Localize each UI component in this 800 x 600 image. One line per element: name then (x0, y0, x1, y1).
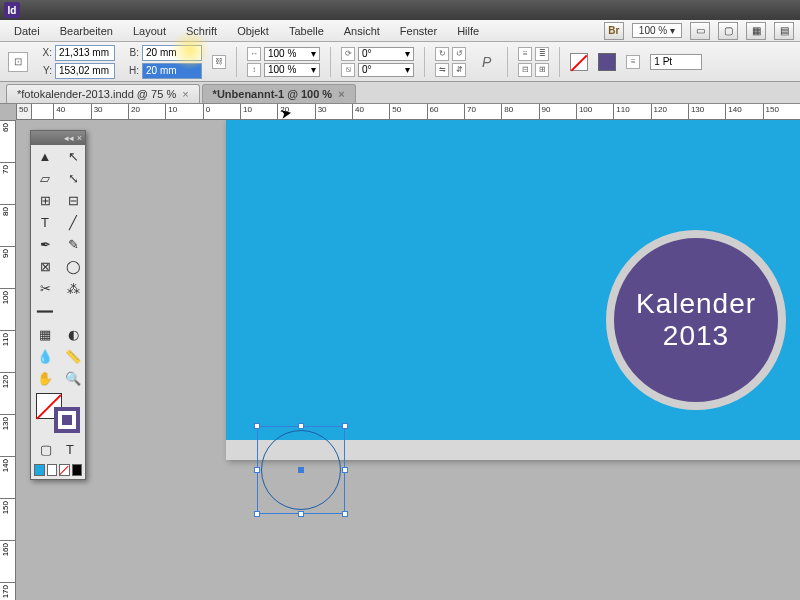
constrain-icon[interactable]: ⛓ (212, 55, 226, 69)
bridge-button[interactable]: Br (604, 22, 624, 40)
badge-line2: 2013 (663, 320, 729, 352)
gradient-swatch-tool[interactable]: ━━ (31, 299, 59, 323)
x-label: X: (38, 47, 52, 58)
y-input[interactable]: 153,02 mm (55, 63, 115, 79)
tab-fotokalender[interactable]: *fotokalender-2013.indd @ 75 %× (6, 84, 200, 103)
shear-icon: ⧅ (341, 63, 355, 77)
stroke-weight-input[interactable]: 1 Pt (650, 54, 702, 70)
swatch-none[interactable] (59, 464, 70, 476)
width-input[interactable]: 20 mm (142, 45, 202, 61)
zoom-level[interactable]: 100 % ▾ (632, 23, 682, 38)
paragraph-style-icon[interactable]: P (476, 54, 497, 70)
app-icon: Id (4, 2, 20, 18)
pen-tool[interactable]: ✒ (31, 233, 59, 255)
rotate-input[interactable]: 0°▾ (358, 47, 414, 61)
tool-grid: ▲ ↖ ▱ ⤡ ⊞ ⊟ T ╱ ✒ ✎ ⊠ ◯ ✂ ⁂ ━━ ▦ ◐ 💧 📏 ✋… (31, 145, 85, 389)
ellipse-tool[interactable]: ◯ (59, 255, 87, 277)
menu-layout[interactable]: Layout (125, 23, 174, 39)
selection-tool[interactable]: ▲ (31, 145, 59, 167)
view-mode-button[interactable]: ▭ (690, 22, 710, 40)
screen-mode-button[interactable]: ▢ (718, 22, 738, 40)
fill-swatch[interactable] (570, 53, 588, 71)
swatch-blue[interactable] (34, 464, 45, 476)
horizontal-ruler[interactable]: 5040302010010203040506070809010011012013… (16, 104, 800, 120)
canvas[interactable]: Kalender 2013 (16, 120, 800, 600)
align-icon-1[interactable]: ≡ (518, 47, 532, 61)
menu-bearbeiten[interactable]: Bearbeiten (52, 23, 121, 39)
menu-ansicht[interactable]: Ansicht (336, 23, 388, 39)
x-input[interactable]: 21,313 mm (55, 45, 115, 61)
shear-input[interactable]: 0°▾ (358, 63, 414, 77)
gradient-feather-tool[interactable]: ▦ (31, 323, 59, 345)
close-icon[interactable]: × (182, 88, 188, 100)
menubar: Datei Bearbeiten Layout Schrift Objekt T… (0, 20, 800, 42)
stroke-swatch[interactable] (598, 53, 616, 71)
rotate-ccw-icon[interactable]: ↺ (452, 47, 466, 61)
vertical-ruler[interactable]: 60708090100110120130140150160170 (0, 120, 16, 600)
zoom-tool[interactable]: 🔍 (59, 367, 87, 389)
swatch-black[interactable] (72, 464, 83, 476)
type-tool[interactable]: T (31, 211, 59, 233)
eyedropper-tool[interactable]: 💧 (31, 345, 59, 367)
direct-selection-tool[interactable]: ↖ (59, 145, 87, 167)
width-label: B: (125, 47, 139, 58)
tools-panel[interactable]: ◂◂× ▲ ↖ ▱ ⤡ ⊞ ⊟ T ╱ ✒ ✎ ⊠ ◯ ✂ ⁂ ━━ ▦ ◐ 💧… (30, 130, 86, 480)
cursor-icon: ➤ (279, 104, 294, 122)
workspace-button[interactable]: ▤ (774, 22, 794, 40)
document-tabs: *fotokalender-2013.indd @ 75 %× *Unbenan… (0, 82, 800, 104)
flip-v-icon[interactable]: ⇵ (452, 63, 466, 77)
page-tool[interactable]: ▱ (31, 167, 59, 189)
y-label: Y: (38, 65, 52, 76)
menu-tabelle[interactable]: Tabelle (281, 23, 332, 39)
line-tool[interactable]: ╱ (59, 211, 87, 233)
scissors-tool[interactable]: ✂ (31, 277, 59, 299)
reference-point-icon[interactable]: ⊡ (8, 52, 28, 72)
titlebar: Id (0, 0, 800, 20)
menu-datei[interactable]: Datei (6, 23, 48, 39)
menu-objekt[interactable]: Objekt (229, 23, 277, 39)
hand-tool[interactable]: ✋ (31, 367, 59, 389)
arrange-button[interactable]: ▦ (746, 22, 766, 40)
flip-h-icon[interactable]: ⇋ (435, 63, 449, 77)
swatch-white[interactable] (47, 464, 58, 476)
pencil-tool[interactable]: ✎ (59, 233, 87, 255)
measure-tool[interactable]: 📏 (59, 345, 87, 367)
apply-color-button[interactable]: ▢ (35, 440, 57, 458)
scale-x-icon: ↔ (247, 47, 261, 61)
align-icon-4[interactable]: ⊞ (535, 63, 549, 77)
calendar-badge: Kalender 2013 (606, 230, 786, 410)
swatch-row (31, 461, 85, 479)
align-icon-3[interactable]: ⊟ (518, 63, 532, 77)
menu-fenster[interactable]: Fenster (392, 23, 445, 39)
scale-y-input[interactable]: 100 %▾ (264, 63, 320, 77)
scale-x-input[interactable]: 100 %▾ (264, 47, 320, 61)
selected-ellipse[interactable] (261, 430, 341, 510)
menu-schrift[interactable]: Schrift (178, 23, 225, 39)
content-placer-tool[interactable]: ⊟ (59, 189, 87, 211)
rotate-cw-icon[interactable]: ↻ (435, 47, 449, 61)
stroke-weight-icon: ≡ (626, 55, 640, 69)
fill-stroke-proxy[interactable] (36, 393, 80, 433)
note-tool[interactable]: ◐ (59, 323, 87, 345)
rectangle-frame-tool[interactable]: ⊠ (31, 255, 59, 277)
rotate-icon: ⟳ (341, 47, 355, 61)
document-page: Kalender 2013 (226, 120, 800, 460)
close-icon[interactable]: × (338, 88, 344, 100)
stroke-proxy[interactable] (54, 407, 80, 433)
gap-tool[interactable]: ⤡ (59, 167, 87, 189)
align-icon-2[interactable]: ≣ (535, 47, 549, 61)
free-transform-tool[interactable]: ⁂ (59, 277, 87, 299)
tab-unbenannt[interactable]: *Unbenannt-1 @ 100 %× (202, 84, 356, 103)
apply-text-button[interactable]: T (59, 440, 81, 458)
menu-hilfe[interactable]: Hilfe (449, 23, 487, 39)
control-bar: ⊡ X:21,313 mm Y:153,02 mm B:20 mm H:20 m… (0, 42, 800, 82)
panel-header[interactable]: ◂◂× (31, 131, 85, 145)
badge-line1: Kalender (636, 288, 756, 320)
height-label: H: (125, 65, 139, 76)
height-input[interactable]: 20 mm (142, 63, 202, 79)
content-collector-tool[interactable]: ⊞ (31, 189, 59, 211)
scale-y-icon: ↕ (247, 63, 261, 77)
